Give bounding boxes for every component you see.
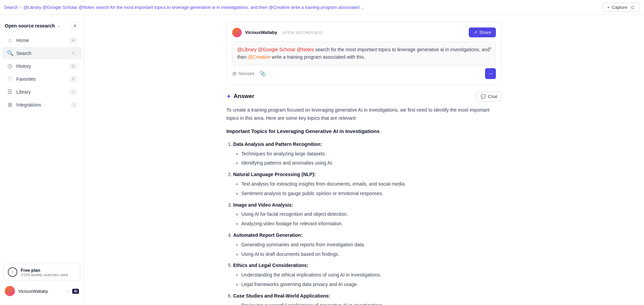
breadcrumb-search-link[interactable]: Search [4, 5, 18, 10]
capture-button[interactable]: + Capture C [603, 3, 640, 12]
answer-section: ✦ Answer 💬 Chat To create a training pro… [226, 92, 502, 305]
search-icon: 🔍 [7, 50, 13, 56]
sidebar: Open source research ⌄ ✕ ⌂ Home H 🔍 Sear… [0, 15, 84, 305]
query-card-header: 🦘 ViciousWallaby A few seconds ago ↗ Sha… [232, 27, 496, 37]
topbar: Search / @Library @Google Scholar @Notes… [0, 0, 644, 15]
list-item: Image and Video Analysis: Using AI for f… [233, 201, 502, 228]
favorites-shortcut: F [70, 76, 77, 82]
topic-title: Case Studies and Real-World Applications… [233, 293, 330, 299]
query-avatar: 🦘 [232, 28, 242, 37]
sources-label: Sources [238, 71, 255, 76]
search-shortcut: S [70, 51, 77, 56]
sidebar-item-label: Search [16, 51, 31, 56]
topic-title: Natural Language Processing (NLP): [233, 172, 316, 177]
sidebar-item-label: History [16, 63, 31, 69]
plan-box: ↑ Free plan 7/100 weekly searches used [3, 264, 80, 281]
capture-label: Capture [612, 5, 627, 10]
tag-library: @Library [237, 47, 257, 52]
history-icon: ◷ [7, 63, 13, 69]
breadcrumb-separator: / [20, 5, 21, 10]
attach-button[interactable]: 📎 [259, 70, 266, 77]
send-icon: → [488, 71, 493, 77]
sidebar-bottom: ↑ Free plan 7/100 weekly searches used 🦘… [0, 260, 84, 301]
at-icon: @ [232, 71, 237, 76]
sparkle-icon: ✦ [226, 93, 231, 100]
library-shortcut: L [70, 89, 77, 95]
list-item: Natural Language Processing (NLP): Text … [233, 171, 502, 197]
close-button[interactable]: ✕ [488, 45, 492, 52]
sidebar-item-search[interactable]: 🔍 Search S [2, 47, 82, 59]
sidebar-nav: ⌂ Home H 🔍 Search S ◷ History G [0, 34, 84, 111]
topic-bullets: Understanding the ethical implications o… [241, 271, 502, 289]
tag-creative: @Creative [248, 54, 270, 60]
answer-title-text: Answer [234, 93, 254, 100]
send-button[interactable]: → [485, 68, 496, 79]
list-item: Analyzing video footage for relevant inf… [241, 220, 502, 228]
ai-badge: AI [72, 289, 79, 294]
sidebar-item-integrations[interactable]: ⊞ Integrations I [2, 98, 82, 111]
topic-bullets: Techniques for analyzing large datasets.… [241, 150, 502, 168]
integrations-icon: ⊞ [7, 101, 13, 108]
answer-title: ✦ Answer [226, 93, 254, 100]
user-chevron-icon: › [67, 289, 69, 293]
answer-intro: To create a training program focused on … [226, 106, 502, 122]
sidebar-close-button[interactable]: ✕ [71, 22, 79, 30]
list-item: Ethics and Legal Considerations: Underst… [233, 262, 502, 288]
share-button[interactable]: ↗ Share [469, 27, 496, 37]
breadcrumb-query: @Library @Google Scholar @Notes search f… [23, 5, 364, 10]
library-icon: ☰ [7, 89, 13, 95]
plan-icon: ↑ [8, 267, 17, 277]
list-item: Text analysis for extracting insights fr… [241, 180, 502, 188]
chat-label: Chat [488, 94, 497, 99]
list-item: Sentiment analysis to gauge public opini… [241, 190, 502, 198]
query-username: ViciousWallaby [245, 30, 277, 35]
list-item: Understanding the ethical implications o… [241, 271, 502, 279]
list-item: Legal frameworks governing data privacy … [241, 281, 502, 289]
avatar: 🦘 [5, 286, 15, 296]
topic-title: Data Analysis and Pattern Recognition: [233, 141, 322, 147]
sources-button[interactable]: @ Sources [232, 71, 255, 76]
sidebar-item-history[interactable]: ◷ History G [2, 60, 82, 72]
query-end-text: write a training program associated with… [271, 54, 365, 60]
list-item: Identifying patterns and anomalies using… [241, 159, 502, 167]
main-content: 🦘 ViciousWallaby A few seconds ago ↗ Sha… [84, 15, 644, 305]
tag-notes: @Notes [297, 47, 314, 52]
topic-title: Image and Video Analysis: [233, 202, 293, 208]
topic-title: Automated Report Generation: [233, 232, 303, 238]
list-item: Automated Report Generation: Generating … [233, 231, 502, 258]
chevron-down-icon: ⌄ [57, 23, 60, 28]
username: ViciousWallaby [18, 289, 64, 294]
plan-info: Free plan 7/100 weekly searches used [21, 268, 68, 277]
sidebar-item-label: Favorites [16, 76, 36, 82]
sidebar-item-label: Library [16, 89, 31, 95]
topic-bullets: Generating summaries and reports from in… [241, 241, 502, 259]
sidebar-item-favorites[interactable]: ♡ Favorites F [2, 73, 82, 85]
topic-bullets: Text analysis for extracting insights fr… [241, 180, 502, 198]
topic-bullets: Reviewing successful applications of gen… [241, 302, 502, 305]
share-label: Share [479, 30, 491, 35]
home-icon: ⌂ [7, 37, 13, 43]
list-item: Using AI to draft documents based on fin… [241, 250, 502, 259]
plus-icon: + [607, 5, 610, 10]
list-item: Data Analysis and Pattern Recognition: T… [233, 140, 502, 167]
sidebar-title: Open source research ⌄ [5, 23, 60, 28]
sidebar-item-label: Integrations [16, 102, 41, 108]
sidebar-item-label: Home [16, 38, 29, 43]
sidebar-header: Open source research ⌄ ✕ [0, 19, 84, 34]
home-shortcut: H [69, 38, 77, 43]
list-item: Reviewing successful applications of gen… [241, 302, 502, 305]
sidebar-item-home[interactable]: ⌂ Home H [2, 34, 82, 46]
topic-title: Ethics and Legal Considerations: [233, 263, 308, 268]
query-footer-left: @ Sources 📎 [232, 70, 266, 77]
chat-icon: 💬 [481, 94, 486, 99]
breadcrumb: Search / @Library @Google Scholar @Notes… [4, 5, 600, 10]
sidebar-title-text: Open source research [5, 23, 55, 28]
chat-button[interactable]: 💬 Chat [476, 92, 502, 101]
share-icon: ↗ [474, 30, 477, 35]
sidebar-item-library[interactable]: ☰ Library L [2, 85, 82, 98]
history-shortcut: G [69, 63, 77, 69]
answer-body: To create a training program focused on … [226, 106, 502, 305]
user-row[interactable]: 🦘 ViciousWallaby › AI [3, 284, 80, 298]
list-item: Using AI for facial recognition and obje… [241, 210, 502, 218]
answer-header: ✦ Answer 💬 Chat [226, 92, 502, 101]
